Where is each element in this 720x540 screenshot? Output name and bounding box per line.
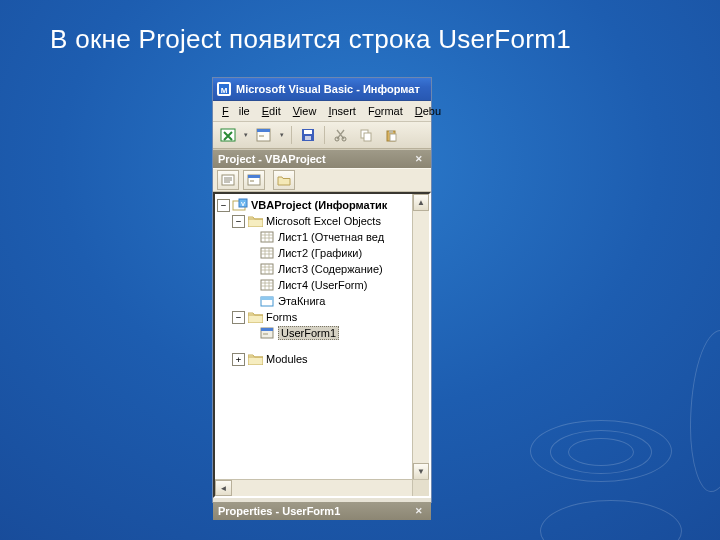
svg-rect-29 <box>261 297 273 300</box>
workbook-icon <box>259 294 275 308</box>
menu-file[interactable]: File <box>217 103 255 119</box>
tree-forms[interactable]: − Forms <box>217 309 411 325</box>
paste-button[interactable] <box>380 124 402 146</box>
window-title: Microsoft Visual Basic - Информат <box>236 78 420 100</box>
svg-rect-16 <box>390 134 396 141</box>
form-icon <box>259 326 275 340</box>
tree-thisworkbook[interactable]: ЭтаКнига <box>217 293 411 309</box>
scroll-left-icon[interactable]: ◄ <box>215 480 232 496</box>
folder-icon <box>247 352 263 366</box>
menu-edit[interactable]: Edit <box>257 103 286 119</box>
menu-insert[interactable]: Insert <box>323 103 361 119</box>
svg-rect-25 <box>261 248 273 258</box>
collapse-icon[interactable]: − <box>232 215 245 228</box>
slide-caption: В окне Project появится строка UserForm1 <box>50 24 571 55</box>
menu-format[interactable]: Format <box>363 103 408 119</box>
tree-label: Forms <box>266 311 297 323</box>
vbe-window: M Microsoft Visual Basic - Информат File… <box>213 78 431 502</box>
folder-icon <box>247 310 263 324</box>
project-panel-title-text: Project - VBAProject <box>218 150 326 168</box>
project-tree-panel: − V VBAProject (Информатик − Microsoft E… <box>213 192 431 498</box>
vertical-scrollbar[interactable]: ▲ ▼ <box>412 194 429 480</box>
project-tree[interactable]: − V VBAProject (Информатик − Microsoft E… <box>215 194 413 480</box>
tree-sheet-2[interactable]: Лист2 (Графики) <box>217 245 411 261</box>
insert-form-button[interactable] <box>253 124 275 146</box>
expand-icon[interactable]: + <box>232 353 245 366</box>
svg-rect-26 <box>261 264 273 274</box>
scroll-down-icon[interactable]: ▼ <box>413 463 429 480</box>
view-excel-button[interactable] <box>217 124 239 146</box>
svg-rect-9 <box>305 136 311 140</box>
folder-icon <box>247 214 263 228</box>
save-button[interactable] <box>297 124 319 146</box>
dropdown-icon[interactable]: ▾ <box>278 125 286 145</box>
view-code-button[interactable] <box>217 170 239 190</box>
sheet-icon <box>259 278 275 292</box>
svg-rect-24 <box>261 232 273 242</box>
project-icon: V <box>232 198 248 212</box>
svg-rect-15 <box>389 130 393 133</box>
collapse-icon[interactable]: − <box>232 311 245 324</box>
sheet-icon <box>259 230 275 244</box>
svg-rect-13 <box>364 133 371 141</box>
project-panel-toolbar <box>213 168 431 192</box>
tree-modules[interactable]: + Modules <box>217 351 411 367</box>
dropdown-icon[interactable]: ▾ <box>242 125 250 145</box>
svg-rect-31 <box>261 328 273 331</box>
titlebar: M Microsoft Visual Basic - Информат <box>213 78 431 101</box>
scroll-up-icon[interactable]: ▲ <box>413 194 429 211</box>
tree-label: ЭтаКнига <box>278 295 325 307</box>
tree-sheet-1[interactable]: Лист1 (Отчетная вед <box>217 229 411 245</box>
collapse-icon[interactable]: − <box>217 199 230 212</box>
cut-button[interactable] <box>330 124 352 146</box>
properties-panel-title: Properties - UserForm1 ✕ <box>213 502 431 520</box>
copy-button[interactable] <box>355 124 377 146</box>
tree-label: Лист4 (UserForm) <box>278 279 367 291</box>
tree-userform1[interactable]: UserForm1 <box>217 325 411 341</box>
toolbar: ▾ ▾ <box>213 122 431 149</box>
menubar: File Edit View Insert Format Debu <box>213 101 431 122</box>
tree-excel-objects[interactable]: − Microsoft Excel Objects <box>217 213 411 229</box>
tree-label: Лист2 (Графики) <box>278 247 362 259</box>
svg-rect-19 <box>248 175 260 178</box>
close-icon[interactable]: ✕ <box>412 504 426 518</box>
scroll-corner <box>412 479 429 496</box>
separator <box>324 126 325 144</box>
separator <box>291 126 292 144</box>
project-panel-title: Project - VBAProject ✕ <box>213 149 431 168</box>
svg-rect-8 <box>304 130 312 134</box>
properties-panel-title-text: Properties - UserForm1 <box>218 502 340 520</box>
tree-label: Microsoft Excel Objects <box>266 215 381 227</box>
close-icon[interactable]: ✕ <box>412 152 426 166</box>
svg-rect-32 <box>263 333 268 335</box>
tree-label: Лист3 (Содержание) <box>278 263 383 275</box>
tree-root-label: VBAProject (Информатик <box>251 199 387 211</box>
sheet-icon <box>259 246 275 260</box>
tree-sheet-4[interactable]: Лист4 (UserForm) <box>217 277 411 293</box>
svg-rect-27 <box>261 280 273 290</box>
view-object-button[interactable] <box>243 170 265 190</box>
svg-text:V: V <box>241 201 245 207</box>
tree-label-selected: UserForm1 <box>278 326 339 340</box>
toggle-folders-button[interactable] <box>273 170 295 190</box>
sheet-icon <box>259 262 275 276</box>
tree-root[interactable]: − V VBAProject (Информатик <box>217 197 411 213</box>
menu-view[interactable]: View <box>288 103 322 119</box>
tree-label: Modules <box>266 353 308 365</box>
tree-sheet-3[interactable]: Лист3 (Содержание) <box>217 261 411 277</box>
svg-rect-20 <box>250 180 254 182</box>
svg-rect-6 <box>259 135 264 137</box>
menu-debug[interactable]: Debu <box>410 103 446 119</box>
svg-rect-5 <box>257 129 270 132</box>
svg-text:M: M <box>221 86 228 95</box>
horizontal-scrollbar[interactable]: ◄ ► <box>215 479 429 496</box>
tree-label: Лист1 (Отчетная вед <box>278 231 384 243</box>
app-icon: M <box>216 81 232 97</box>
